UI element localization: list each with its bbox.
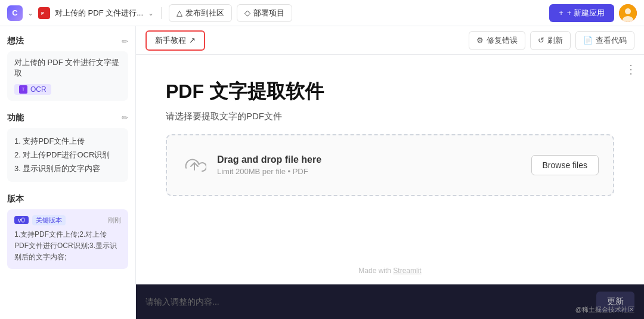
app-icon: P [38, 7, 50, 19]
idea-section-header: 想法 ✏ [7, 36, 128, 47]
idea-section-title: 想法 [7, 36, 24, 47]
tutorial-label: 新手教程 [155, 35, 186, 46]
nav-chevron-icon[interactable]: ⌄ [27, 9, 33, 17]
idea-card: 对上传的 PDF 文件进行文字提取 T OCR [7, 51, 128, 101]
browse-files-button[interactable]: Browse files [531, 155, 599, 175]
upload-sub-text: Limit 200MB per file • PDF [217, 167, 522, 176]
version-item: v0 关键版本 刚刚 1.支持PDF文件上传;2.对上传PDF文件进行OCR识别… [7, 209, 128, 270]
preview-menu-icon[interactable]: ⋮ [625, 62, 637, 76]
tag-text: OCR [30, 85, 47, 94]
upload-zone[interactable]: Drag and drop file here Limit 200MB per … [166, 134, 614, 196]
code-icon: 📄 [583, 36, 593, 45]
made-with-text: Made with [358, 267, 391, 275]
func-item-2: 2. 对上传PDF进行OCR识别 [14, 148, 121, 162]
func-item-3: 3. 显示识别后的文字内容 [14, 162, 121, 175]
fix-errors-button[interactable]: ⚙ 修复错误 [469, 31, 525, 50]
content-area: 新手教程 ↗ ⚙ 修复错误 ↺ 刷新 📄 查看代码 ⋮ PDF 文字提取软件 [136, 26, 644, 319]
upload-text-block: Drag and drop file here Limit 200MB per … [217, 154, 522, 176]
external-link-icon: ↗ [189, 36, 196, 45]
func-section-title: 功能 [7, 113, 24, 123]
avatar-image [619, 4, 637, 22]
svg-point-3 [625, 8, 631, 14]
watermark: @稀土掘金技术社区 [575, 305, 634, 314]
publish-button[interactable]: △ 发布到社区 [169, 4, 232, 22]
nav-divider [161, 7, 162, 19]
logo-text: C [12, 8, 17, 17]
user-avatar[interactable] [619, 4, 637, 22]
func-item-1: 1. 支持PDF文件上传 [14, 134, 121, 148]
app-name-chevron[interactable]: ⌄ [148, 9, 154, 17]
bottom-bar: 更新 [136, 284, 644, 319]
func-section-header: 功能 ✏ [7, 113, 128, 123]
tutorial-button[interactable]: 新手教程 ↗ [145, 30, 205, 51]
idea-section: 想法 ✏ 对上传的 PDF 文件进行文字提取 T OCR [7, 36, 128, 101]
func-card: 1. 支持PDF文件上传 2. 对上传PDF进行OCR识别 3. 显示识别后的文… [7, 128, 128, 182]
plus-icon: + [559, 8, 564, 17]
version-number: v0 [14, 216, 29, 224]
version-section-title: 版本 [7, 194, 24, 205]
view-code-label: 查看代码 [596, 35, 627, 46]
new-app-button[interactable]: + + 新建应用 [549, 4, 614, 22]
streamlit-link[interactable]: Streamlit [393, 267, 421, 275]
func-section: 功能 ✏ 1. 支持PDF文件上传 2. 对上传PDF进行OCR识别 3. 显示… [7, 113, 128, 182]
version-time: 刚刚 [108, 216, 121, 225]
top-nav: C ⌄ P 对上传的 PDF 文件进行... ⌄ △ 发布到社区 ◇ 部署项目 … [0, 0, 644, 26]
tag-icon: T [19, 85, 27, 94]
app-title: PDF 文字提取软件 [166, 79, 614, 105]
made-with: Made with Streamlit [358, 267, 421, 275]
deploy-icon: ◇ [244, 8, 250, 17]
app-preview: ⋮ PDF 文字提取软件 请选择要提取文字的PDF文件 Drag and dro… [136, 55, 644, 284]
main-layout: 想法 ✏ 对上传的 PDF 文件进行文字提取 T OCR 功能 ✏ 1. 支持P… [0, 26, 644, 319]
version-section: 版本 v0 关键版本 刚刚 1.支持PDF文件上传;2.对上传PDF文件进行OC… [7, 194, 128, 270]
app-logo: C [7, 5, 23, 21]
refresh-icon: ↺ [538, 36, 544, 45]
refresh-label: 刷新 [547, 35, 563, 46]
svg-text:P: P [41, 11, 44, 16]
upload-cloud-icon [181, 152, 208, 178]
version-header: v0 关键版本 刚刚 [14, 215, 121, 225]
version-description: 1.支持PDF文件上传;2.对上传PDF文件进行OCR识别;3.显示识别后的文字… [14, 229, 121, 264]
fix-icon: ⚙ [476, 36, 484, 45]
idea-main-text: 对上传的 PDF 文件进行文字提取 [14, 57, 121, 79]
func-edit-icon[interactable]: ✏ [122, 113, 128, 122]
version-section-header: 版本 [7, 194, 128, 205]
upload-main-text: Drag and drop file here [217, 154, 522, 165]
refresh-button[interactable]: ↺ 刷新 [530, 31, 571, 50]
idea-tag: T OCR [14, 84, 51, 95]
app-name: 对上传的 PDF 文件进行... [55, 8, 143, 18]
preview-inner: ⋮ PDF 文字提取软件 请选择要提取文字的PDF文件 Drag and dro… [136, 55, 644, 284]
view-code-button[interactable]: 📄 查看代码 [575, 31, 634, 50]
adjustment-input[interactable] [145, 297, 590, 306]
sidebar: 想法 ✏ 对上传的 PDF 文件进行文字提取 T OCR 功能 ✏ 1. 支持P… [0, 26, 136, 319]
publish-icon: △ [177, 8, 182, 17]
toolbar: 新手教程 ↗ ⚙ 修复错误 ↺ 刷新 📄 查看代码 [136, 26, 644, 55]
deploy-label: 部署项目 [253, 8, 284, 18]
idea-edit-icon[interactable]: ✏ [122, 37, 128, 46]
fix-label: 修复错误 [487, 35, 518, 46]
publish-label: 发布到社区 [185, 8, 224, 18]
new-app-label: + 新建应用 [567, 8, 605, 18]
version-key-label: 关键版本 [32, 215, 66, 225]
deploy-button[interactable]: ◇ 部署项目 [237, 4, 292, 22]
pdf-icon: P [41, 10, 48, 17]
app-subtitle: 请选择要提取文字的PDF文件 [166, 111, 614, 122]
